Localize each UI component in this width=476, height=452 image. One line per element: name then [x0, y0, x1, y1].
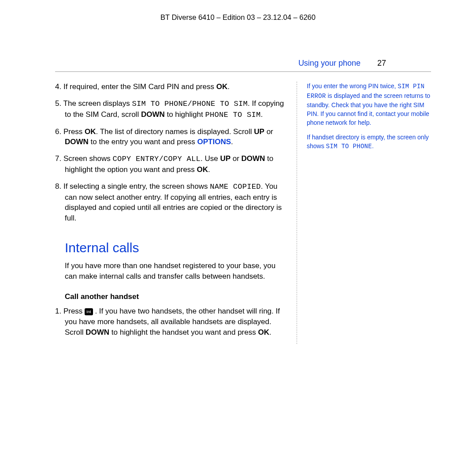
doc-header: BT Diverse 6410 – Edition 03 – 23.12.04 … — [0, 0, 476, 27]
key-ok: OK — [197, 165, 208, 174]
key-down: DOWN — [65, 138, 89, 146]
key-ok: OK — [258, 328, 269, 336]
step-text: to the entry you want and press — [89, 138, 197, 146]
step-text: . — [260, 110, 263, 119]
step-b1: 1. Press Int . If you have two handsets,… — [55, 306, 289, 337]
step-text: Screen shows — [61, 154, 112, 163]
side-text: . — [372, 142, 374, 149]
key-down: DOWN — [86, 328, 109, 336]
step-text: or — [231, 154, 242, 163]
screen-text: PHONE TO SIM — [205, 111, 260, 119]
screen-text: SIM TO PHONE/PHONE TO SIM — [132, 100, 248, 108]
side-column: If you enter the wrong PIN twice, SIM PI… — [297, 82, 431, 344]
heading-internal-calls: Internal calls — [65, 239, 289, 257]
step-number: 8. — [55, 182, 61, 191]
step-text: . — [227, 82, 230, 91]
key-down: DOWN — [242, 154, 265, 163]
screen-text: NAME COPIED — [210, 183, 261, 191]
step-text: . The list of directory names is display… — [96, 127, 254, 136]
step-number: 4. — [55, 82, 61, 91]
screen-text: SIM TO PHONE — [326, 143, 372, 150]
key-ok: OK — [216, 82, 228, 91]
step-text: If required, enter the SIM Card PIN and … — [61, 82, 216, 91]
sub-heading-call-another: Call another handset — [65, 291, 289, 302]
key-up: UP — [220, 154, 231, 163]
key-down: DOWN — [141, 110, 165, 119]
screen-text: COPY ENTRY/COPY ALL — [112, 155, 201, 163]
step-text: . — [231, 138, 233, 146]
step-number: 7. — [55, 154, 61, 163]
side-note-1: If you enter the wrong PIN twice, SIM PI… — [307, 82, 431, 127]
step-5: 5. The screen displays SIM TO PHONE/PHON… — [55, 98, 289, 120]
step-number: 5. — [55, 99, 61, 108]
step-text: Press — [61, 307, 85, 315]
step-text: If selecting a single entry, the screen … — [61, 182, 210, 191]
side-note-2: If handset directory is empty, the scree… — [307, 133, 431, 151]
step-4: 4. If required, enter the SIM Card PIN a… — [55, 82, 289, 92]
section-header: Using your phone 27 — [55, 27, 431, 72]
step-text: . Use — [201, 154, 220, 163]
step-text: to highlight — [165, 110, 205, 119]
intro-text: If you have more than one handset regist… — [65, 261, 289, 282]
step-6: 6. Press OK. The list of directory names… — [55, 127, 289, 148]
side-text: If you enter the wrong PIN twice, — [307, 82, 398, 90]
step-text: or — [264, 127, 273, 136]
main-column: 4. If required, enter the SIM Card PIN a… — [55, 82, 297, 344]
page-number: 27 — [377, 58, 386, 69]
key-ok: OK — [85, 127, 96, 136]
step-text: The screen displays — [61, 99, 132, 108]
steps-list-a: 4. If required, enter the SIM Card PIN a… — [55, 82, 289, 224]
step-number: 6. — [55, 127, 61, 136]
steps-list-b: 1. Press Int . If you have two handsets,… — [55, 306, 289, 337]
step-number: 1. — [55, 307, 61, 315]
step-text: . — [269, 328, 271, 336]
section-title: Using your phone — [298, 58, 361, 69]
step-text: . — [208, 165, 210, 174]
content-area: 4. If required, enter the SIM Card PIN a… — [55, 72, 431, 344]
key-up: UP — [254, 127, 264, 136]
step-text: to highlight the handset you want and pr… — [109, 328, 258, 336]
step-8: 8. If selecting a single entry, the scre… — [55, 181, 289, 224]
step-text: Press — [61, 127, 85, 136]
int-key-icon: Int — [85, 308, 93, 315]
step-7: 7. Screen shows COPY ENTRY/COPY ALL. Use… — [55, 153, 289, 175]
key-options: OPTIONS — [197, 138, 231, 146]
